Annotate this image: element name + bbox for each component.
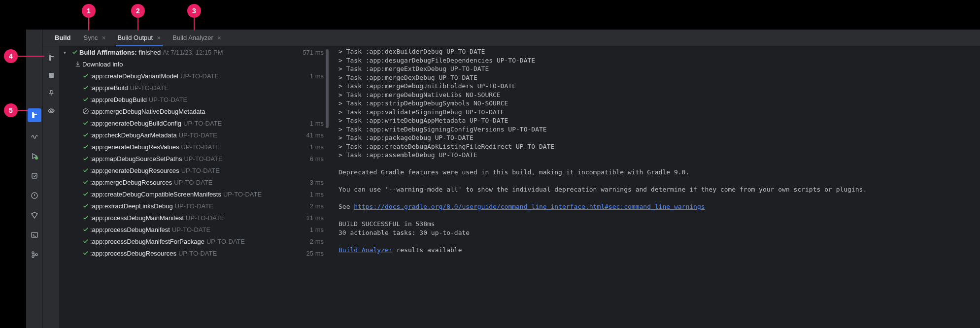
task-status: UP-TO-DATE xyxy=(181,143,219,151)
download-icon xyxy=(73,61,82,67)
scrollbar-thumb[interactable] xyxy=(326,49,329,128)
close-icon[interactable]: × xyxy=(101,34,105,41)
task-name: :app:mergeDebugNativeDebugMetadata xyxy=(90,108,205,115)
check-icon xyxy=(81,84,90,91)
tab-label: Build Analyzer xyxy=(172,34,213,41)
left-tool-rail xyxy=(26,30,43,328)
tree-download[interactable]: Download info xyxy=(60,58,330,70)
task-name: :app:mergeDebugResources xyxy=(90,179,172,186)
task-status: UP-TO-DATE xyxy=(178,250,217,257)
task-row[interactable]: :app:preBuildUP-TO-DATE xyxy=(60,82,330,94)
callout-1: 1 xyxy=(82,4,96,18)
task-row[interactable]: :app:processDebugManifestForPackageUP-TO… xyxy=(60,235,330,247)
task-time: 3 ms xyxy=(310,179,324,186)
task-name: :app:processDebugMainManifest xyxy=(90,214,184,222)
task-row[interactable]: :app:generateDebugResValuesUP-TO-DATE1 m… xyxy=(60,141,330,153)
svg-point-6 xyxy=(35,254,37,256)
stop-icon[interactable] xyxy=(46,70,57,81)
task-name: :app:processDebugManifest xyxy=(90,226,170,233)
task-time: 41 ms xyxy=(306,131,324,139)
chevron-down-icon[interactable]: ▾ xyxy=(64,50,70,55)
task-status: UP-TO-DATE xyxy=(174,179,212,186)
task-status: UP-TO-DATE xyxy=(186,214,224,222)
task-row[interactable]: :app:mergeDebugResourcesUP-TO-DATE3 ms xyxy=(60,176,330,188)
task-row[interactable]: :app:processDebugManifestUP-TO-DATE1 ms xyxy=(60,224,330,235)
check-icon xyxy=(81,155,90,162)
root-timestamp: At 7/11/23, 12:15 PM xyxy=(163,49,223,56)
build-panel: Build Sync × Build Output × Build Analyz… xyxy=(43,30,980,328)
docs-link[interactable]: https://docs.gradle.org/8.0/userguide/co… xyxy=(354,203,705,210)
task-tree[interactable]: ▾ Build Affirmations: finished At 7/11/2… xyxy=(60,46,330,328)
run-icon[interactable] xyxy=(29,151,40,162)
eye-icon[interactable] xyxy=(46,105,57,116)
task-status: UP-TO-DATE xyxy=(172,226,210,233)
check-icon xyxy=(81,202,90,209)
build-tool-icon[interactable] xyxy=(28,108,41,122)
tab-bar: Build Sync × Build Output × Build Analyz… xyxy=(43,30,980,46)
problems-icon[interactable] xyxy=(29,190,40,201)
task-name: :app:generateDebugBuildConfig xyxy=(90,120,181,127)
tab-build-analyzer[interactable]: Build Analyzer × xyxy=(168,30,226,46)
task-name: :app:createDebugCompatibleScreenManifest… xyxy=(90,191,221,198)
task-row[interactable]: :app:preDebugBuildUP-TO-DATE xyxy=(60,94,330,105)
task-status: UP-TO-DATE xyxy=(130,84,169,92)
task-row[interactable]: :app:extractDeepLinksDebugUP-TO-DATE2 ms xyxy=(60,200,330,212)
check-icon xyxy=(81,214,90,221)
build-analyzer-link[interactable]: Build Analyzer xyxy=(338,246,393,254)
task-time: 6 ms xyxy=(310,155,324,163)
task-time: 1 ms xyxy=(310,72,324,80)
root-time: 571 ms xyxy=(303,49,324,56)
toggle-view-icon[interactable] xyxy=(46,52,57,63)
task-row[interactable]: :app:checkDebugAarMetadataUP-TO-DATE41 m… xyxy=(60,129,330,141)
root-label: Build Affirmations: xyxy=(79,49,137,56)
console-text: results available xyxy=(393,246,462,254)
task-status: UP-TO-DATE xyxy=(184,155,222,163)
tab-sync[interactable]: Sync × xyxy=(79,30,111,46)
task-time: 1 ms xyxy=(310,226,324,233)
tree-root[interactable]: ▾ Build Affirmations: finished At 7/11/2… xyxy=(60,46,330,58)
console-text: You can use '--warning-mode all' to show… xyxy=(338,186,867,193)
download-label: Download info xyxy=(82,61,123,68)
task-time: 1 ms xyxy=(310,143,324,151)
task-status: UP-TO-DATE xyxy=(181,167,220,174)
app-inspection-icon[interactable] xyxy=(29,170,40,181)
task-name: :app:mapDebugSourceSetPaths xyxy=(90,155,182,163)
task-row[interactable]: :app:createDebugVariantModelUP-TO-DATE1 … xyxy=(60,70,330,82)
callout-3: 3 xyxy=(187,4,201,18)
callout-2: 2 xyxy=(131,4,145,18)
svg-point-8 xyxy=(50,110,52,112)
console-output[interactable]: > Task :app:dexBuilderDebug UP-TO-DATE >… xyxy=(330,46,980,328)
task-row[interactable]: :app:processDebugMainManifestUP-TO-DATE1… xyxy=(60,212,330,224)
task-row[interactable]: :app:mergeDebugNativeDebugMetadata xyxy=(60,105,330,117)
close-icon[interactable]: × xyxy=(157,34,161,41)
task-row[interactable]: :app:processDebugResourcesUP-TO-DATE25 m… xyxy=(60,247,330,259)
profiler-icon[interactable] xyxy=(29,131,40,142)
task-row[interactable]: :app:generateDebugResourcesUP-TO-DATE xyxy=(60,164,330,176)
task-name: :app:preBuild xyxy=(90,84,128,92)
task-name: :app:preDebugBuild xyxy=(90,96,147,103)
console-text: BUILD SUCCESSFUL in 538ms xyxy=(338,220,435,228)
check-icon xyxy=(70,49,79,56)
close-icon[interactable]: × xyxy=(217,34,221,41)
terminal-icon[interactable] xyxy=(29,230,40,240)
app-quality-icon[interactable] xyxy=(29,210,40,221)
check-icon xyxy=(81,179,90,186)
task-row[interactable]: :app:mapDebugSourceSetPathsUP-TO-DATE6 m… xyxy=(60,153,330,164)
task-status: UP-TO-DATE xyxy=(180,72,219,80)
pin-icon[interactable] xyxy=(46,88,57,98)
task-row[interactable]: :app:createDebugCompatibleScreenManifest… xyxy=(60,188,330,200)
task-name: :app:generateDebugResValues xyxy=(90,143,179,151)
svg-point-4 xyxy=(32,252,34,254)
build-toolbar xyxy=(43,46,60,328)
console-text: 30 actionable tasks: 30 up-to-date xyxy=(338,229,470,236)
check-icon xyxy=(81,120,90,127)
task-status: UP-TO-DATE xyxy=(183,120,222,127)
build-label: Build xyxy=(49,30,77,46)
task-row[interactable]: :app:generateDebugBuildConfigUP-TO-DATE1… xyxy=(60,117,330,129)
check-icon xyxy=(81,191,90,197)
tab-build-output[interactable]: Build Output × xyxy=(113,30,166,46)
task-time: 2 ms xyxy=(310,238,324,245)
vcs-icon[interactable] xyxy=(29,249,40,260)
task-status: UP-TO-DATE xyxy=(179,131,217,139)
task-time: 1 ms xyxy=(310,120,324,127)
